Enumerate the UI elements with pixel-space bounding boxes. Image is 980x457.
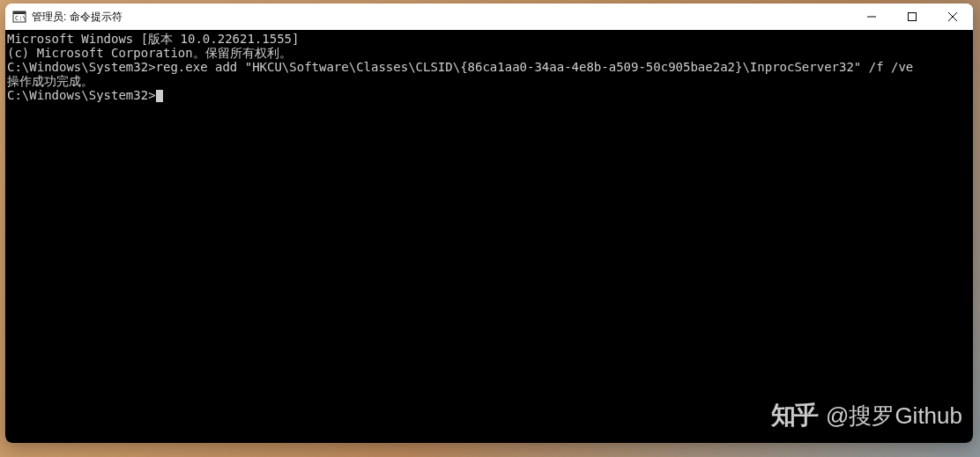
svg-rect-1 [13,11,26,14]
window-title: 管理员: 命令提示符 [32,10,851,25]
terminal-command: C:\Windows\System32>reg.exe add "HKCU\So… [7,60,973,74]
svg-rect-4 [909,13,917,21]
terminal-line: (c) Microsoft Corporation。保留所有权利。 [7,46,973,60]
command-prompt-window: C:\ 管理员: 命令提示符 Microsoft Windows [版本 10.… [5,4,973,443]
cmd-icon: C:\ [12,10,26,24]
terminal-prompt: C:\Windows\System32> [7,88,156,102]
minimize-button[interactable] [851,4,892,30]
window-controls [851,4,973,30]
svg-text:C:\: C:\ [15,15,26,22]
terminal-result: 操作成功完成。 [7,74,973,88]
terminal-prompt-line: C:\Windows\System32> [7,88,973,102]
close-button[interactable] [932,4,973,30]
terminal-line: Microsoft Windows [版本 10.0.22621.1555] [7,32,973,46]
cursor [156,90,163,102]
terminal-output[interactable]: Microsoft Windows [版本 10.0.22621.1555](c… [5,30,973,443]
titlebar[interactable]: C:\ 管理员: 命令提示符 [5,4,973,30]
maximize-button[interactable] [892,4,932,30]
